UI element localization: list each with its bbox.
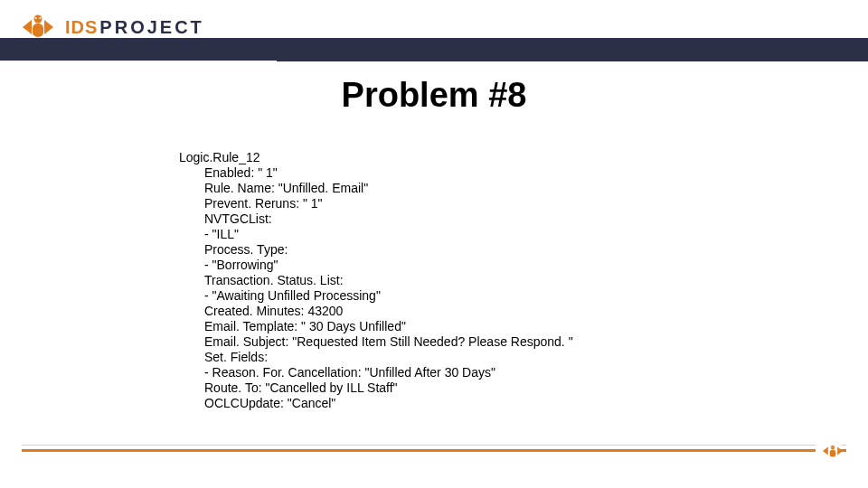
brand-mark-icon xyxy=(20,9,56,45)
rule-line: Enabled: " 1" xyxy=(179,165,722,181)
rule-line: Email. Template: " 30 Days Unfilled" xyxy=(179,319,722,334)
svg-point-0 xyxy=(34,15,42,23)
rule-line: Prevent. Reruns: " 1" xyxy=(179,196,722,211)
slide: IDS PROJECT Problem #8 Logic.Rule_12 Ena… xyxy=(0,0,868,488)
brand-project: PROJECT xyxy=(99,17,203,38)
rule-line: Rule. Name: "Unfilled. Email" xyxy=(179,181,722,196)
rule-line: - Reason. For. Cancellation: "Unfilled A… xyxy=(179,365,722,380)
footer-divider-thin xyxy=(22,445,846,446)
footer-mark-icon xyxy=(816,441,841,461)
svg-point-5 xyxy=(834,446,835,447)
rule-line: Route. To: "Cancelled by ILL Staff" xyxy=(179,380,722,396)
svg-point-4 xyxy=(831,446,832,447)
rule-line: Email. Subject: "Requested Item Still Ne… xyxy=(179,334,722,350)
svg-point-2 xyxy=(39,17,41,19)
rule-line: - "ILL" xyxy=(179,227,722,242)
rule-line: Set. Fields: xyxy=(179,350,722,365)
slide-title: Problem #8 xyxy=(0,76,868,115)
brand-wordmark: IDS PROJECT xyxy=(65,17,204,38)
brand-logo: IDS PROJECT xyxy=(20,9,204,45)
brand-ids: IDS xyxy=(65,17,98,38)
rule-line: Created. Minutes: 43200 xyxy=(179,304,722,319)
rule-line: Transaction. Status. List: xyxy=(179,273,722,288)
rule-line: Process. Type: xyxy=(179,242,722,258)
rule-line: - "Awaiting Unfilled Processing" xyxy=(179,288,722,304)
footer-divider-accent xyxy=(22,449,846,452)
rule-block: Logic.Rule_12 Enabled: " 1" Rule. Name: … xyxy=(179,150,722,411)
rule-name: Logic.Rule_12 xyxy=(179,150,722,165)
rule-line: - "Borrowing" xyxy=(179,258,722,273)
rule-line: OCLCUpdate: "Cancel" xyxy=(179,396,722,411)
svg-point-3 xyxy=(831,446,835,450)
rule-line: NVTGCList: xyxy=(179,211,722,227)
svg-point-1 xyxy=(35,17,37,19)
